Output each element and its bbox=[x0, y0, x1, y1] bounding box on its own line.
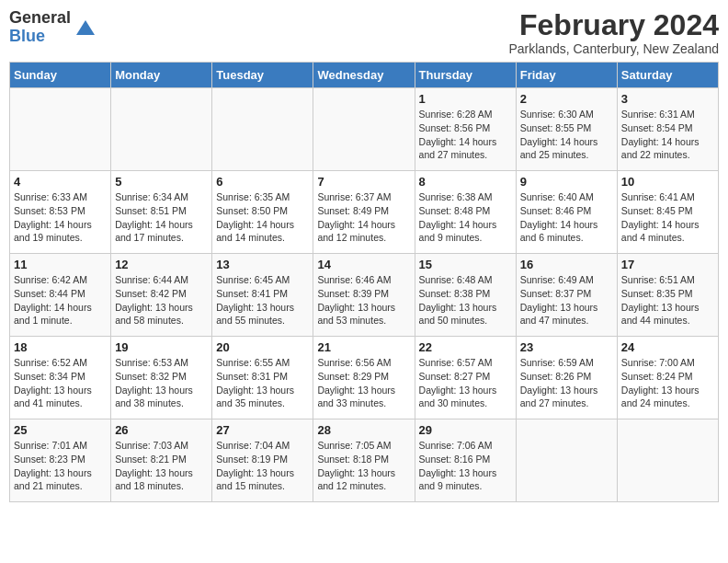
calendar-cell bbox=[10, 88, 111, 171]
calendar-cell: 24Sunrise: 7:00 AM Sunset: 8:24 PM Dayli… bbox=[617, 337, 718, 419]
day-info: Sunrise: 6:30 AM Sunset: 8:55 PM Dayligh… bbox=[520, 108, 613, 162]
calendar-cell: 28Sunrise: 7:05 AM Sunset: 8:18 PM Dayli… bbox=[313, 419, 415, 502]
day-number: 2 bbox=[520, 92, 613, 106]
column-header-thursday: Thursday bbox=[415, 63, 516, 88]
column-header-sunday: Sunday bbox=[10, 63, 111, 88]
calendar-cell: 26Sunrise: 7:03 AM Sunset: 8:21 PM Dayli… bbox=[111, 419, 212, 502]
calendar-cell: 7Sunrise: 6:37 AM Sunset: 8:49 PM Daylig… bbox=[313, 171, 415, 254]
day-number: 6 bbox=[216, 175, 309, 189]
page-header: General Blue February 2024 Parklands, Ca… bbox=[9, 9, 719, 56]
calendar-cell: 27Sunrise: 7:04 AM Sunset: 8:19 PM Dayli… bbox=[212, 419, 313, 502]
day-info: Sunrise: 6:38 AM Sunset: 8:48 PM Dayligh… bbox=[419, 190, 512, 245]
day-number: 10 bbox=[621, 175, 714, 189]
day-number: 16 bbox=[520, 258, 613, 271]
day-info: Sunrise: 7:00 AM Sunset: 8:24 PM Dayligh… bbox=[621, 356, 714, 410]
column-header-wednesday: Wednesday bbox=[313, 63, 415, 88]
day-info: Sunrise: 6:48 AM Sunset: 8:38 PM Dayligh… bbox=[419, 273, 512, 327]
calendar-cell: 13Sunrise: 6:45 AM Sunset: 8:41 PM Dayli… bbox=[212, 254, 313, 337]
day-number: 25 bbox=[14, 423, 107, 437]
day-number: 22 bbox=[419, 340, 512, 354]
location-subtitle: Parklands, Canterbury, New Zealand bbox=[508, 41, 719, 56]
logo-general-text: General bbox=[9, 9, 71, 28]
calendar-cell: 20Sunrise: 6:55 AM Sunset: 8:31 PM Dayli… bbox=[212, 337, 313, 419]
calendar-week-4: 18Sunrise: 6:52 AM Sunset: 8:34 PM Dayli… bbox=[10, 337, 719, 419]
calendar-header: SundayMondayTuesdayWednesdayThursdayFrid… bbox=[10, 63, 719, 88]
day-number: 12 bbox=[115, 258, 208, 271]
calendar-cell bbox=[617, 419, 718, 502]
day-info: Sunrise: 6:53 AM Sunset: 8:32 PM Dayligh… bbox=[115, 356, 208, 410]
day-info: Sunrise: 6:42 AM Sunset: 8:44 PM Dayligh… bbox=[14, 273, 107, 327]
column-header-monday: Monday bbox=[111, 63, 212, 88]
calendar-cell: 1Sunrise: 6:28 AM Sunset: 8:56 PM Daylig… bbox=[415, 88, 516, 171]
month-title: February 2024 bbox=[508, 9, 719, 41]
calendar-cell: 14Sunrise: 6:46 AM Sunset: 8:39 PM Dayli… bbox=[313, 254, 415, 337]
calendar-cell: 11Sunrise: 6:42 AM Sunset: 8:44 PM Dayli… bbox=[10, 254, 111, 337]
day-info: Sunrise: 6:46 AM Sunset: 8:39 PM Dayligh… bbox=[317, 273, 410, 327]
day-number: 7 bbox=[317, 175, 410, 189]
day-number: 28 bbox=[317, 423, 410, 437]
day-number: 11 bbox=[14, 258, 107, 271]
day-info: Sunrise: 6:56 AM Sunset: 8:29 PM Dayligh… bbox=[317, 356, 410, 410]
day-number: 23 bbox=[520, 340, 613, 354]
day-number: 21 bbox=[317, 340, 410, 354]
day-info: Sunrise: 6:35 AM Sunset: 8:50 PM Dayligh… bbox=[216, 190, 309, 245]
calendar-week-3: 11Sunrise: 6:42 AM Sunset: 8:44 PM Dayli… bbox=[10, 254, 719, 337]
calendar-cell: 6Sunrise: 6:35 AM Sunset: 8:50 PM Daylig… bbox=[212, 171, 313, 254]
calendar-cell: 21Sunrise: 6:56 AM Sunset: 8:29 PM Dayli… bbox=[313, 337, 415, 419]
day-number: 17 bbox=[621, 258, 714, 271]
title-block: February 2024 Parklands, Canterbury, New… bbox=[508, 9, 719, 56]
calendar-cell: 3Sunrise: 6:31 AM Sunset: 8:54 PM Daylig… bbox=[617, 88, 718, 171]
day-number: 27 bbox=[216, 423, 309, 437]
day-number: 19 bbox=[115, 340, 208, 354]
day-number: 26 bbox=[115, 423, 208, 437]
day-info: Sunrise: 7:05 AM Sunset: 8:18 PM Dayligh… bbox=[317, 439, 410, 493]
day-info: Sunrise: 6:37 AM Sunset: 8:49 PM Dayligh… bbox=[317, 190, 410, 245]
calendar-week-5: 25Sunrise: 7:01 AM Sunset: 8:23 PM Dayli… bbox=[10, 419, 719, 502]
calendar-cell: 9Sunrise: 6:40 AM Sunset: 8:46 PM Daylig… bbox=[516, 171, 617, 254]
calendar-cell: 22Sunrise: 6:57 AM Sunset: 8:27 PM Dayli… bbox=[415, 337, 516, 419]
day-info: Sunrise: 7:06 AM Sunset: 8:16 PM Dayligh… bbox=[419, 439, 512, 493]
calendar-cell bbox=[111, 88, 212, 171]
day-number: 29 bbox=[419, 423, 512, 437]
day-number: 15 bbox=[419, 258, 512, 271]
calendar-cell: 25Sunrise: 7:01 AM Sunset: 8:23 PM Dayli… bbox=[10, 419, 111, 502]
day-info: Sunrise: 6:31 AM Sunset: 8:54 PM Dayligh… bbox=[621, 108, 714, 162]
day-number: 14 bbox=[317, 258, 410, 271]
calendar-cell: 5Sunrise: 6:34 AM Sunset: 8:51 PM Daylig… bbox=[111, 171, 212, 254]
calendar-cell: 23Sunrise: 6:59 AM Sunset: 8:26 PM Dayli… bbox=[516, 337, 617, 419]
day-info: Sunrise: 6:28 AM Sunset: 8:56 PM Dayligh… bbox=[419, 108, 512, 162]
day-info: Sunrise: 6:34 AM Sunset: 8:51 PM Dayligh… bbox=[115, 190, 208, 245]
header-row: SundayMondayTuesdayWednesdayThursdayFrid… bbox=[10, 63, 719, 88]
calendar-cell: 17Sunrise: 6:51 AM Sunset: 8:35 PM Dayli… bbox=[617, 254, 718, 337]
day-info: Sunrise: 6:57 AM Sunset: 8:27 PM Dayligh… bbox=[419, 356, 512, 410]
day-number: 3 bbox=[621, 92, 714, 106]
day-info: Sunrise: 6:45 AM Sunset: 8:41 PM Dayligh… bbox=[216, 273, 309, 327]
day-info: Sunrise: 6:52 AM Sunset: 8:34 PM Dayligh… bbox=[14, 356, 107, 410]
day-info: Sunrise: 6:44 AM Sunset: 8:42 PM Dayligh… bbox=[115, 273, 208, 327]
calendar-cell: 16Sunrise: 6:49 AM Sunset: 8:37 PM Dayli… bbox=[516, 254, 617, 337]
calendar-cell: 2Sunrise: 6:30 AM Sunset: 8:55 PM Daylig… bbox=[516, 88, 617, 171]
calendar-cell bbox=[313, 88, 415, 171]
day-info: Sunrise: 7:03 AM Sunset: 8:21 PM Dayligh… bbox=[115, 439, 208, 493]
day-number: 1 bbox=[419, 92, 512, 106]
logo-icon bbox=[74, 17, 97, 39]
day-info: Sunrise: 6:49 AM Sunset: 8:37 PM Dayligh… bbox=[520, 273, 613, 327]
calendar-cell bbox=[516, 419, 617, 502]
calendar-cell bbox=[212, 88, 313, 171]
day-info: Sunrise: 6:55 AM Sunset: 8:31 PM Dayligh… bbox=[216, 356, 309, 410]
calendar-cell: 29Sunrise: 7:06 AM Sunset: 8:16 PM Dayli… bbox=[415, 419, 516, 502]
day-number: 18 bbox=[14, 340, 107, 354]
calendar-cell: 18Sunrise: 6:52 AM Sunset: 8:34 PM Dayli… bbox=[10, 337, 111, 419]
day-number: 4 bbox=[14, 175, 107, 189]
calendar-cell: 19Sunrise: 6:53 AM Sunset: 8:32 PM Dayli… bbox=[111, 337, 212, 419]
column-header-tuesday: Tuesday bbox=[212, 63, 313, 88]
day-number: 20 bbox=[216, 340, 309, 354]
calendar-cell: 15Sunrise: 6:48 AM Sunset: 8:38 PM Dayli… bbox=[415, 254, 516, 337]
column-header-friday: Friday bbox=[516, 63, 617, 88]
svg-marker-0 bbox=[76, 20, 95, 35]
day-info: Sunrise: 6:51 AM Sunset: 8:35 PM Dayligh… bbox=[621, 273, 714, 327]
day-number: 13 bbox=[216, 258, 309, 271]
logo: General Blue bbox=[9, 9, 97, 46]
calendar-week-1: 1Sunrise: 6:28 AM Sunset: 8:56 PM Daylig… bbox=[10, 88, 719, 171]
calendar-week-2: 4Sunrise: 6:33 AM Sunset: 8:53 PM Daylig… bbox=[10, 171, 719, 254]
